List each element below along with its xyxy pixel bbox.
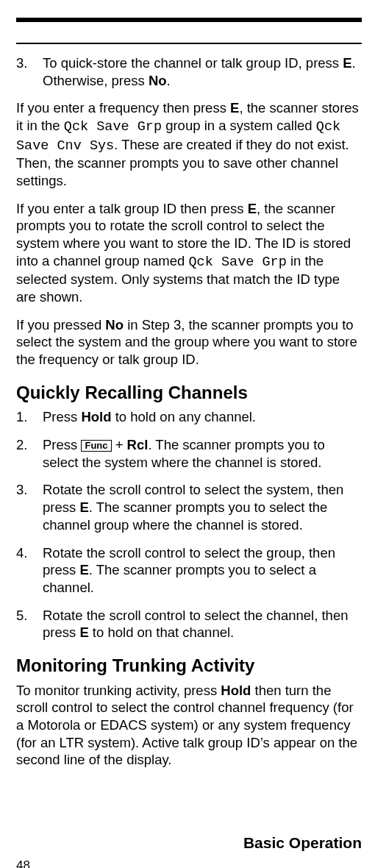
text: If you enter a frequency then press [16,100,230,115]
step-3: 3. To quick-store the channel or talk gr… [16,54,362,89]
key-e: E [79,625,88,640]
text: To monitor trunking activity, press [16,683,221,698]
text: To quick-store the channel or talk group… [43,55,343,71]
step-body: Rotate the scroll control to select the … [43,481,362,533]
recall-step-4: 4. Rotate the scroll control to select t… [16,544,362,597]
paragraph: If you enter a talk group ID then press … [16,200,362,306]
recall-step-5: 5. Rotate the scroll control to select t… [16,607,362,641]
step-body: Press Hold to hold on any channel. [43,408,362,426]
paragraph: If you pressed No in Step 3, the scanner… [16,316,362,369]
text: + [112,437,127,452]
text: If you enter a talk group ID then press [16,201,248,216]
text: to hold on that channel. [89,625,234,640]
page: 3. To quick-store the channel or talk gr… [0,18,375,868]
rule-thin [16,43,362,44]
key-hold: Hold [81,409,111,424]
step-number: 1. [16,408,43,426]
step-body: Rotate the scroll control to select the … [43,607,362,641]
step-number: 5. [16,607,43,641]
key-no: No [105,317,124,332]
key-e: E [230,100,239,115]
key-hold: Hold [221,683,251,698]
step-number: 2. [16,436,43,471]
heading-monitoring-trunking-activity: Monitoring Trunking Activity [16,655,362,677]
rule-thick [16,18,362,22]
key-rcl: Rcl [127,437,149,452]
paragraph: To monitor trunking activity, press Hold… [16,682,362,769]
key-no: No [149,73,167,88]
text: If you pressed [16,317,105,332]
step-number: 3. [16,481,43,533]
text: Press [43,437,81,452]
key-e: E [79,499,88,515]
step-number: 4. [16,544,43,597]
text: group in a system called [162,118,316,133]
heading-quickly-recalling-channels: Quickly Recalling Channels [16,382,362,405]
code-qck-save-grp: Qck Save Grp [64,119,162,135]
paragraph: If you enter a frequency then press E, t… [16,99,362,189]
step-number: 3. [16,54,43,89]
func-key-icon: Func [81,440,111,452]
key-e: E [248,201,257,216]
footer-section-title: Basic Operation [243,833,362,853]
step-body: To quick-store the channel or talk group… [43,54,362,89]
text: to hold on any channel. [112,409,256,424]
page-number: 48 [16,858,30,868]
key-e: E [79,562,88,577]
step-body: Rotate the scroll control to select the … [43,544,362,597]
step-body: Press Func + Rcl. The scanner prompts yo… [43,436,362,471]
text: Press [43,409,81,424]
recall-step-3: 3. Rotate the scroll control to select t… [16,481,362,533]
recall-step-2: 2. Press Func + Rcl. The scanner prompts… [16,436,362,471]
key-e: E [343,55,351,71]
recall-step-1: 1. Press Hold to hold on any channel. [16,408,362,426]
code-qck-save-grp: Qck Save Grp [189,255,287,270]
text: . [167,73,171,88]
